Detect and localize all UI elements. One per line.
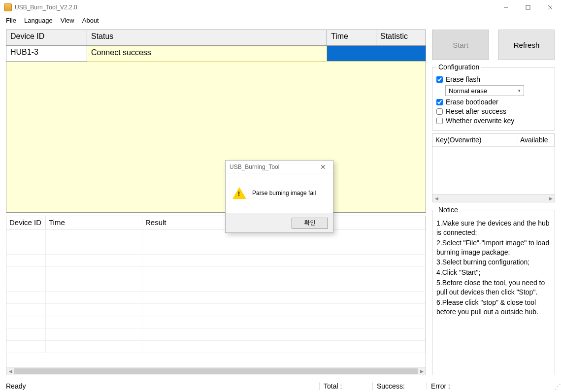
- action-buttons: Start Refresh: [432, 30, 555, 60]
- header-status[interactable]: Status: [87, 30, 327, 45]
- erase-flash-label: Erase flash: [446, 75, 480, 83]
- left-column: Device ID Status Time Statistic HUB1-3 C…: [6, 30, 426, 375]
- notice-legend: Notice: [436, 205, 460, 215]
- start-button[interactable]: Start: [432, 30, 489, 60]
- reset-after-input[interactable]: [436, 108, 443, 115]
- list-item: [6, 242, 426, 255]
- configuration-legend: Configuration: [436, 63, 481, 71]
- key-header-available[interactable]: Available: [517, 134, 555, 147]
- result-table-header: Device ID Time Result: [6, 216, 426, 230]
- cell-status: Connect success: [87, 46, 327, 62]
- refresh-button[interactable]: Refresh: [498, 30, 555, 60]
- result-rows: [6, 230, 426, 367]
- dialog-body: Parse burning image fail: [226, 173, 333, 213]
- erase-bootloader-checkbox[interactable]: Erase bootloader: [436, 98, 551, 106]
- warning-icon: [232, 187, 246, 199]
- result-table: Device ID Time Result ◀ ▶: [6, 216, 426, 375]
- dialog-close-button[interactable]: ✕: [317, 163, 329, 171]
- dialog-title: USB_Burning_Tool: [230, 163, 279, 170]
- key-scrollbar[interactable]: ◀ ▶: [432, 194, 555, 202]
- status-bar: Ready Total : Success: Error : ⋰: [0, 380, 561, 392]
- device-table-empty-area: [6, 62, 426, 212]
- notice-group: Notice 1.Make sure the devices and the h…: [432, 205, 555, 375]
- menu-language[interactable]: Language: [20, 16, 57, 25]
- resize-grip-icon[interactable]: ⋰: [554, 385, 560, 391]
- list-item: [6, 316, 426, 328]
- key-table-header: Key(Overwrite) Available: [432, 134, 555, 147]
- menu-bar: File Language View About: [0, 15, 561, 26]
- cell-device-id: HUB1-3: [6, 46, 87, 62]
- dialog-message: Parse burning image fail: [252, 190, 316, 196]
- error-dialog: USB_Burning_Tool ✕ Parse burning image f…: [225, 160, 333, 233]
- notice-line: 4.Click "Start";: [436, 268, 551, 277]
- erase-flash-checkbox[interactable]: Erase flash: [436, 75, 551, 83]
- overwrite-key-checkbox[interactable]: Whether overwrite key: [436, 117, 551, 125]
- status-error: Error :: [427, 382, 559, 390]
- erase-bootloader-input[interactable]: [436, 99, 443, 105]
- result-header-time[interactable]: Time: [46, 216, 142, 230]
- notice-line: 2.Select "File"-"Import image" to load b…: [436, 238, 551, 257]
- chevron-down-icon: ▾: [518, 88, 521, 93]
- close-button[interactable]: [539, 0, 561, 15]
- notice-line: 1.Make sure the devices and the hub is c…: [436, 219, 551, 237]
- header-device-id[interactable]: Device ID: [6, 30, 87, 45]
- window-controls: [495, 0, 561, 15]
- result-header-device[interactable]: Device ID: [6, 216, 46, 230]
- scroll-right-icon[interactable]: ▶: [547, 195, 555, 202]
- notice-line: 3.Select burning configuration;: [436, 258, 551, 267]
- list-item: [6, 292, 426, 304]
- notice-line: 5.Before close the tool, you need to pul…: [436, 278, 551, 297]
- erase-mode-value: Normal erase: [449, 87, 487, 95]
- list-item: [6, 267, 426, 279]
- dialog-footer: 확인: [226, 213, 333, 232]
- scroll-left-icon[interactable]: ◀: [432, 195, 440, 202]
- scroll-right-icon[interactable]: ▶: [418, 367, 426, 375]
- device-status-table: Device ID Status Time Statistic HUB1-3 C…: [6, 30, 426, 213]
- dialog-ok-button[interactable]: 확인: [292, 218, 328, 229]
- result-scrollbar[interactable]: ◀ ▶: [6, 367, 426, 375]
- status-success: Success:: [372, 382, 427, 390]
- scroll-left-icon[interactable]: ◀: [6, 367, 14, 375]
- erase-flash-input[interactable]: [436, 76, 443, 83]
- table-row[interactable]: HUB1-3 Connect success: [6, 46, 426, 62]
- key-header-key[interactable]: Key(Overwrite): [432, 134, 517, 147]
- menu-view[interactable]: View: [57, 16, 78, 25]
- status-total: Total :: [319, 382, 372, 390]
- list-item: [6, 328, 426, 341]
- cell-time: [327, 46, 376, 62]
- app-icon: [4, 3, 12, 11]
- dialog-titlebar[interactable]: USB_Burning_Tool ✕: [226, 161, 333, 173]
- list-item: [6, 341, 426, 353]
- title-bar: USB_Burn_Tool_V2.2.0: [0, 0, 561, 15]
- key-table-empty: [432, 147, 555, 194]
- menu-about[interactable]: About: [78, 16, 103, 25]
- status-ready: Ready: [2, 382, 260, 390]
- minimize-button[interactable]: [495, 0, 517, 15]
- header-statistic[interactable]: Statistic: [376, 30, 426, 45]
- menu-file[interactable]: File: [2, 16, 20, 25]
- header-time[interactable]: Time: [327, 30, 376, 45]
- right-column: Start Refresh Configuration Erase flash …: [432, 30, 555, 375]
- cell-statistic: [376, 46, 426, 62]
- list-item: [6, 230, 426, 242]
- maximize-button[interactable]: [517, 0, 539, 15]
- erase-bootloader-label: Erase bootloader: [446, 98, 498, 106]
- list-item: [6, 255, 426, 267]
- erase-mode-dropdown[interactable]: Normal erase ▾: [445, 85, 524, 96]
- scroll-thumb[interactable]: [14, 368, 418, 374]
- svg-rect-1: [526, 5, 530, 9]
- overwrite-key-label: Whether overwrite key: [446, 117, 514, 125]
- key-table: Key(Overwrite) Available ◀ ▶: [432, 133, 555, 202]
- device-table-header: Device ID Status Time Statistic: [6, 30, 426, 46]
- reset-after-checkbox[interactable]: Reset after success: [436, 107, 551, 115]
- notice-line: 6.Please click "stop" & close tool befor…: [436, 298, 551, 317]
- list-item: [6, 304, 426, 316]
- list-item: [6, 279, 426, 292]
- configuration-group: Configuration Erase flash Normal erase ▾…: [432, 63, 555, 131]
- window-title: USB_Burn_Tool_V2.2.0: [15, 4, 77, 11]
- reset-after-label: Reset after success: [446, 107, 506, 115]
- overwrite-key-input[interactable]: [436, 118, 443, 124]
